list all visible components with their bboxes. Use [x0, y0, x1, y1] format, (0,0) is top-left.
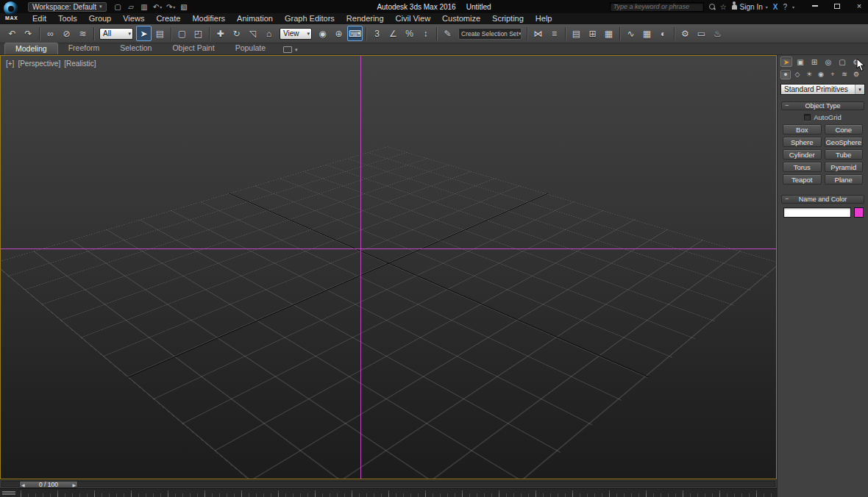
menu-item-rendering[interactable]: Rendering [341, 13, 390, 24]
viewport-general-menu[interactable]: [+] [6, 60, 14, 68]
mini-listener-icon[interactable] [2, 491, 15, 496]
menu-item-views[interactable]: Views [117, 13, 150, 24]
mirror-icon[interactable]: ⋈ [530, 26, 546, 41]
create-torus-button[interactable]: Torus [783, 162, 822, 172]
viewport-pov-menu[interactable]: [Perspective] [18, 60, 60, 68]
systems-tab[interactable]: ⚙ [851, 70, 861, 79]
select-and-move-icon[interactable]: ✚ [213, 26, 228, 41]
angle-snap-icon[interactable]: ∠ [385, 26, 401, 41]
use-pivot-point-center-icon[interactable]: ◉ [315, 26, 330, 41]
select-and-link-icon[interactable]: ∞ [43, 26, 58, 41]
undo-icon[interactable]: ↶ [4, 26, 20, 41]
object-name-field[interactable] [783, 207, 851, 218]
menu-item-group[interactable]: Group [83, 13, 118, 24]
graphite-ribbon-icon[interactable]: ▦ [601, 26, 616, 41]
create-box-button[interactable]: Box [783, 124, 822, 135]
manage-layers-icon[interactable]: ⊞ [585, 26, 600, 41]
shapes-tab[interactable]: ◇ [792, 70, 803, 79]
edit-named-selection-sets-icon[interactable]: ✎ [440, 26, 455, 41]
sign-in-button[interactable]: Sign In ▾ [732, 3, 768, 11]
redo-icon[interactable]: ↷ [21, 26, 36, 41]
snap-toggle-3d-icon[interactable]: 3 [369, 26, 385, 41]
project-folder-icon[interactable]: ▧ [179, 1, 190, 12]
select-and-place-icon[interactable]: ⌂ [261, 26, 277, 41]
unlink-selection-icon[interactable]: ⊘ [59, 26, 74, 41]
selection-filter-dropdown[interactable]: All▾ [99, 28, 133, 40]
spinner-snap-icon[interactable]: ↕ [418, 26, 433, 41]
name-color-rollout-header[interactable]: − Name and Color [781, 195, 864, 204]
bind-to-space-warp-icon[interactable]: ≋ [75, 26, 90, 41]
reference-coordinate-system-dropdown[interactable]: View▾ [280, 28, 312, 40]
infocenter-search[interactable] [610, 2, 704, 12]
redo-small-icon[interactable]: ↷▾ [166, 1, 177, 12]
create-cylinder-button[interactable]: Cylinder [783, 149, 822, 160]
track-bar[interactable] [0, 488, 777, 497]
object-color-swatch[interactable] [854, 207, 864, 218]
menu-item-scripting[interactable]: Scripting [486, 13, 530, 24]
undo-small-icon[interactable]: ↶▾ [152, 1, 163, 12]
display-tab[interactable]: ▢ [836, 57, 848, 67]
toggle-scene-explorer-icon[interactable]: ▤ [569, 26, 584, 41]
ribbon-minimize-icon[interactable] [283, 46, 292, 53]
new-scene-icon[interactable]: ▢ [113, 1, 124, 12]
geometry-tab[interactable]: ● [780, 70, 791, 79]
restore-button[interactable] [830, 1, 844, 10]
ribbon-tab-modeling[interactable]: Modeling [4, 43, 58, 54]
close-button[interactable]: × [852, 1, 867, 10]
select-and-rotate-icon[interactable]: ↻ [229, 26, 244, 41]
time-slider-handle[interactable]: ◀ 0 / 100 ▶ [19, 481, 78, 488]
rectangular-selection-region-icon[interactable]: ▢ [174, 26, 190, 41]
autogrid-checkbox[interactable] [804, 114, 811, 121]
modify-tab[interactable]: ▣ [794, 57, 806, 67]
workspace-dropdown[interactable]: Workspace: Default ▾ [28, 2, 107, 12]
motion-tab[interactable]: ◎ [822, 57, 834, 67]
save-file-icon[interactable]: ▥ [139, 1, 150, 12]
keyboard-shortcut-override-icon[interactable]: ⌨ [347, 26, 363, 41]
viewport-shading-menu[interactable]: [Realistic] [64, 60, 96, 68]
menu-item-graph-editors[interactable]: Graph Editors [279, 13, 341, 24]
object-type-rollout-header[interactable]: − Object Type [781, 101, 864, 110]
ribbon-tab-object-paint[interactable]: Object Paint [162, 43, 224, 54]
curve-editor-icon[interactable]: ∿ [623, 26, 638, 41]
menu-item-animation[interactable]: Animation [231, 13, 279, 24]
create-teapot-button[interactable]: Teapot [783, 174, 822, 185]
create-pyramid-button[interactable]: Pyramid [825, 162, 864, 172]
help-button[interactable]: ? [783, 3, 787, 11]
perspective-viewport[interactable]: [+][Perspective][Realistic] [0, 55, 777, 479]
render-setup-icon[interactable]: ⚙ [677, 26, 693, 41]
ribbon-tab-selection[interactable]: Selection [110, 43, 162, 54]
ribbon-tab-freeform[interactable]: Freeform [58, 43, 110, 54]
create-sphere-button[interactable]: Sphere [783, 137, 822, 147]
search-icon[interactable] [709, 4, 715, 10]
material-editor-icon[interactable]: ◐ [655, 26, 671, 41]
create-plane-button[interactable]: Plane [825, 174, 864, 185]
time-slider[interactable]: ◀ 0 / 100 ▶ [0, 479, 777, 488]
select-and-manipulate-icon[interactable]: ⊕ [331, 26, 346, 41]
cameras-tab[interactable]: ◉ [816, 70, 826, 79]
select-object-icon[interactable]: ➤ [136, 26, 152, 41]
render-production-icon[interactable]: ♨ [710, 26, 725, 41]
exchange-apps-icon[interactable]: X [773, 3, 778, 11]
next-frame-icon[interactable]: ▶ [72, 482, 76, 487]
menu-item-create[interactable]: Create [150, 13, 186, 24]
previous-frame-icon[interactable]: ◀ [21, 482, 25, 487]
select-and-scale-icon[interactable]: ◹ [245, 26, 260, 41]
window-crossing-icon[interactable]: ◰ [191, 26, 206, 41]
create-tube-button[interactable]: Tube [825, 149, 864, 160]
named-selection-sets-combo[interactable]: Create Selection Set▾ [458, 28, 522, 40]
lights-tab[interactable]: ☀ [804, 70, 814, 79]
align-icon[interactable]: ≡ [547, 26, 562, 41]
space-warps-tab[interactable]: ≋ [839, 70, 850, 79]
menu-item-civil-view[interactable]: Civil View [390, 13, 436, 24]
menu-item-help[interactable]: Help [530, 13, 558, 24]
rendered-frame-window-icon[interactable]: ▭ [694, 26, 709, 41]
hierarchy-tab[interactable]: ⊞ [808, 57, 820, 67]
create-cone-button[interactable]: Cone [825, 124, 864, 135]
create-tab[interactable]: ➤ [780, 57, 792, 67]
menu-item-tools[interactable]: Tools [52, 13, 83, 24]
menu-item-edit[interactable]: Edit [26, 13, 52, 24]
primitive-category-dropdown[interactable]: Standard Primitives ▾ [780, 84, 865, 95]
search-input[interactable] [611, 3, 703, 10]
create-geosphere-button[interactable]: GeoSphere [825, 137, 864, 147]
ribbon-tab-populate[interactable]: Populate [225, 43, 276, 54]
